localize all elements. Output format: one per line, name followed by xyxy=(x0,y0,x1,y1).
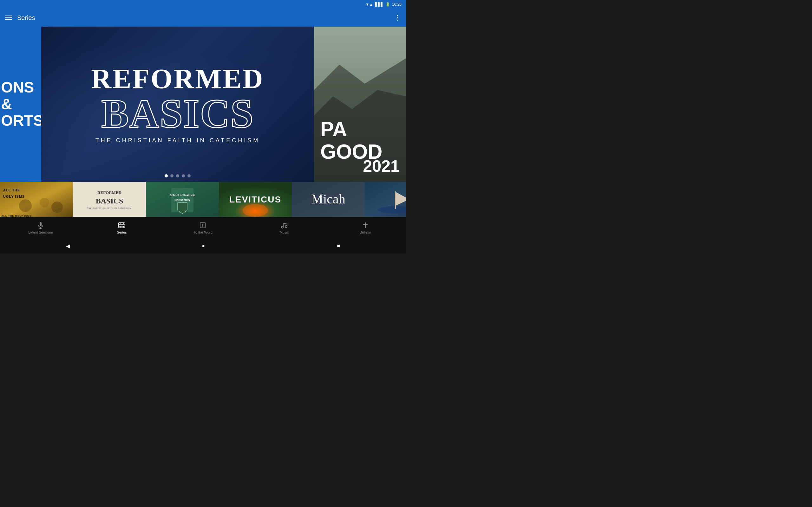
clock: 10:26 xyxy=(392,2,402,7)
carousel-main-slide[interactable]: REFORMED BASICS THE CHRISTIAN FAITH IN C… xyxy=(41,26,314,182)
hero-subtitle: THE CHRISTIAN FAITH IN CATECHISM xyxy=(96,137,260,144)
leviticus-art: LEVITICUS xyxy=(219,182,292,219)
svg-text:Christianity: Christianity xyxy=(174,199,190,202)
more-options-button[interactable]: ⋮ xyxy=(394,14,401,22)
nav-bulletin[interactable]: Bulletin xyxy=(325,222,406,234)
dot-5[interactable] xyxy=(188,174,191,177)
book-cross-icon xyxy=(199,222,207,229)
app-bar: Series ⋮ xyxy=(0,9,406,26)
nav-label-to-the-word: To the Word xyxy=(194,230,212,234)
thumb-grace-agenda-2021: ALL THE UGLY ISMS xyxy=(0,182,73,219)
battery-icon: 🔋 xyxy=(386,2,390,7)
nav-label-music: Music xyxy=(280,230,289,234)
status-icons: ▼▲ ▋▋▋ 🔋 10:26 xyxy=(365,2,402,7)
nav-latest-sermons[interactable]: Latest Sermons xyxy=(0,222,81,234)
carousel-left-partial: ONS &ORTS xyxy=(0,26,41,182)
cross-icon xyxy=(362,222,369,229)
system-nav: ◀ ● ■ xyxy=(0,238,406,253)
carousel-right-partial: PA GOOD 2021 xyxy=(314,26,406,182)
hero-title-reformed: REFORMED xyxy=(91,65,264,93)
svg-text:School of Practical: School of Practical xyxy=(169,193,195,197)
svg-point-48 xyxy=(285,226,287,228)
reformed-basics-art: REFORMED BASICS THE CHRISTIAN FAITH IN C… xyxy=(73,182,146,219)
svg-text:ALL THE: ALL THE xyxy=(3,188,20,192)
svg-point-11 xyxy=(51,202,63,213)
svg-text:Micah: Micah xyxy=(311,192,345,206)
home-button[interactable]: ● xyxy=(202,243,205,249)
micah-art: Micah xyxy=(292,182,365,219)
thumb-bible-reading: To the Word BIBLE READING CHALLENGE xyxy=(365,182,406,219)
dot-2[interactable] xyxy=(170,174,173,177)
svg-point-22 xyxy=(243,204,268,217)
thumb-reformed-basics: REFORMED BASICS THE CHRISTIAN FAITH IN C… xyxy=(73,182,146,219)
svg-text:REFORMED: REFORMED xyxy=(97,190,121,195)
svg-rect-28 xyxy=(395,191,396,209)
carousel-right-text: PA GOOD xyxy=(320,118,406,163)
svg-text:UGLY ISMS: UGLY ISMS xyxy=(3,194,25,199)
carousel-right-year: 2021 xyxy=(363,157,400,176)
status-bar: ▼▲ ▋▋▋ 🔋 10:26 xyxy=(0,0,406,9)
carousel-left-text: ONS &ORTS xyxy=(0,79,41,129)
carousel-main-content: REFORMED BASICS THE CHRISTIAN FAITH IN C… xyxy=(41,26,314,182)
bottom-nav: Latest Sermons Series To the Word Mus xyxy=(0,217,406,238)
grace2020-art: School of Practical Christianity xyxy=(146,182,219,219)
bible-reading-art: To the Word BIBLE READING CHALLENGE xyxy=(365,182,406,219)
nav-series[interactable]: Series xyxy=(81,222,162,234)
mic-icon xyxy=(37,222,44,229)
thumb-micah: Micah xyxy=(292,182,365,219)
app-bar-title: Series xyxy=(17,14,394,21)
nav-label-bulletin: Bulletin xyxy=(360,230,371,234)
svg-rect-6 xyxy=(0,182,73,219)
nav-label-series: Series xyxy=(117,230,126,234)
thumb-grace-agenda-2020: School of Practical Christianity xyxy=(146,182,219,219)
back-button[interactable]: ◀ xyxy=(66,243,70,249)
hamburger-menu-button[interactable] xyxy=(5,15,12,20)
film-icon xyxy=(118,222,125,229)
svg-rect-34 xyxy=(40,222,42,226)
thumb-leviticus: LEVITICUS xyxy=(219,182,292,219)
svg-text:THE CHRISTIAN FAITH IN CATECHI: THE CHRISTIAN FAITH IN CATECHISM xyxy=(87,207,132,209)
svg-rect-37 xyxy=(119,223,125,228)
recent-button[interactable]: ■ xyxy=(337,243,340,249)
svg-text:LEVITICUS: LEVITICUS xyxy=(229,194,281,205)
nav-music[interactable]: Music xyxy=(244,222,325,234)
svg-point-47 xyxy=(281,226,283,228)
nav-to-the-word[interactable]: To the Word xyxy=(162,222,244,234)
music-icon xyxy=(281,222,288,229)
dot-1[interactable] xyxy=(165,174,168,177)
ugly-isms-art: ALL THE UGLY ISMS xyxy=(0,182,73,219)
hero-carousel[interactable]: ONS &ORTS REFORMED BASICS THE CHRISTIAN … xyxy=(0,26,406,182)
dot-3[interactable] xyxy=(176,174,179,177)
hero-title-basics: BASICS xyxy=(101,93,254,134)
nav-label-latest-sermons: Latest Sermons xyxy=(28,230,53,234)
dot-4[interactable] xyxy=(182,174,185,177)
wifi-icon: ▼▲ xyxy=(365,2,373,7)
carousel-dots xyxy=(165,174,191,177)
svg-text:BASICS: BASICS xyxy=(96,197,123,205)
svg-point-9 xyxy=(19,199,32,212)
signal-icon: ▋▋▋ xyxy=(375,2,384,7)
svg-point-10 xyxy=(40,198,49,207)
